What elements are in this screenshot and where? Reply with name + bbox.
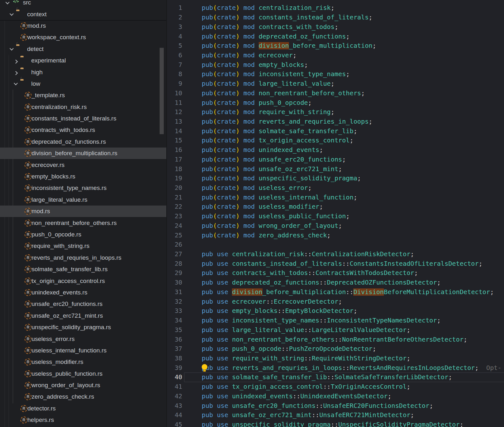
code-line[interactable]: 34pub use inconsistent_type_names::Incon…: [167, 316, 504, 325]
tree-item-constants_instead_of_literals.rs[interactable]: Rconstants_instead_of_literals.rs: [0, 113, 166, 124]
code-line[interactable]: 15pub(crate) mod tx_origin_access_contro…: [167, 136, 504, 145]
code-line[interactable]: 5pub(crate) mod division_before_multipli…: [167, 41, 504, 51]
code-line-text: pub(crate) mod constants_instead_of_lite…: [182, 14, 372, 21]
tree-item-helpers.rs[interactable]: Rhelpers.rs: [0, 414, 166, 426]
tree-item-require_with_string.rs[interactable]: Rrequire_with_string.rs: [0, 240, 166, 252]
tree-item-unsafe_erc20_functions.rs[interactable]: Runsafe_erc20_functions.rs: [0, 298, 166, 310]
tree-item-zero_address_check.rs[interactable]: Rzero_address_check.rs: [0, 391, 166, 402]
code-line[interactable]: 18pub(crate) mod unsafe_oz_erc721_mint;: [167, 164, 504, 174]
code-line[interactable]: 16pub(crate) mod unindexed_events;: [167, 145, 504, 155]
tree-item-non_reentrant_before_others.rs[interactable]: Rnon_reentrant_before_others.rs: [0, 217, 166, 228]
code-line[interactable]: 2pub(crate) mod constants_instead_of_lit…: [167, 13, 504, 22]
code-line[interactable]: 13pub(crate) mod reverts_and_requries_in…: [167, 117, 504, 127]
tree-item-high[interactable]: high: [0, 66, 166, 78]
tree-item-unsafe_oz_erc721_mint.rs[interactable]: Runsafe_oz_erc721_mint.rs: [0, 310, 166, 322]
tree-item-centralization_risk.rs[interactable]: Rcentralization_risk.rs: [0, 101, 166, 113]
tree-item-label: unsafe_erc20_functions.rs: [32, 300, 103, 308]
chevron-down-icon[interactable]: [5, 0, 10, 4]
code-line[interactable]: 36pub use non_reentrant_before_others::N…: [167, 335, 504, 344]
code-line[interactable]: 24pub(crate) mod wrong_order_of_layout;: [167, 221, 504, 231]
code-line[interactable]: 28pub use constants_instead_of_literals:…: [167, 259, 504, 268]
code-line[interactable]: 32pub use ecrecover::EcrecoverDetector;: [167, 297, 504, 306]
tree-item-workspace_context.rs[interactable]: Rworkspace_context.rs: [0, 32, 166, 43]
chevron-down-icon[interactable]: [10, 47, 14, 51]
code-line[interactable]: 8pub(crate) mod inconsistent_type_names;: [167, 69, 504, 79]
code-line[interactable]: 1pub(crate) mod centralization_risk;: [167, 3, 504, 13]
tree-item-inconsistent_type_names.rs[interactable]: Rinconsistent_type_names.rs: [0, 182, 166, 194]
rust-file-icon: R: [25, 347, 32, 354]
code-line[interactable]: 38pub use require_with_string::RequireWi…: [167, 354, 504, 363]
code-line[interactable]: 25pub(crate) mod zero_address_check;: [167, 230, 504, 240]
code-line[interactable]: 27pub use centralization_risk::Centraliz…: [167, 250, 504, 259]
tree-item-contracts_with_todos.rs[interactable]: Rcontracts_with_todos.rs: [0, 124, 166, 136]
tree-item-context[interactable]: context: [0, 8, 166, 20]
code-line[interactable]: 41pub use tx_origin_access_control::TxOr…: [167, 382, 504, 392]
tree-item-solmate_safe_transfer_lib.rs[interactable]: Rsolmate_safe_transfer_lib.rs: [0, 264, 166, 275]
tree-item-reverts_and_requries_in_loops.rs[interactable]: Rreverts_and_requries_in_loops.rs: [0, 252, 166, 264]
code-line[interactable]: 30pub use deprecated_oz_functions::Depre…: [167, 278, 504, 287]
tree-item-unspecific_solidity_pragma.rs[interactable]: Runspecific_solidity_pragma.rs: [0, 322, 166, 333]
code-line[interactable]: 23pub(crate) mod useless_public_function…: [167, 212, 504, 221]
chevron-down-icon[interactable]: [10, 12, 14, 16]
chevron-right-icon[interactable]: [14, 71, 18, 75]
code-line[interactable]: 22pub(crate) mod useless_modifier;: [167, 202, 504, 212]
code-line[interactable]: 40pub use solmate_safe_transfer_lib::Sol…: [167, 373, 504, 382]
tree-item-detector.rs[interactable]: Rdetector.rs: [0, 403, 166, 414]
code-line[interactable]: 26: [167, 240, 504, 250]
chevron-right-icon[interactable]: [14, 60, 18, 64]
code-line[interactable]: 37pub use push_0_opcode::PushZeroOpcodeD…: [167, 344, 504, 354]
tree-item-division_before_multiplication.rs[interactable]: Rdivision_before_multiplication.rs: [0, 148, 166, 159]
code-line[interactable]: 21pub(crate) mod useless_internal_functi…: [167, 192, 504, 202]
tree-item-mod.rs[interactable]: Rmod.rs: [0, 20, 166, 32]
tree-item-label: mod.rs: [27, 22, 46, 29]
tree-item-large_literal_value.rs[interactable]: Rlarge_literal_value.rs: [0, 194, 166, 206]
code-line[interactable]: 29pub use contracts_with_todos::Contract…: [167, 268, 504, 278]
tree-item-ecrecover.rs[interactable]: Recrecover.rs: [0, 159, 166, 170]
lightbulb-icon[interactable]: [201, 364, 208, 372]
code-line-text: pub(crate) mod unspecific_solidity_pragm…: [182, 175, 361, 182]
code-line[interactable]: 4pub(crate) mod deprecated_oz_functions;: [167, 32, 504, 41]
code-line[interactable]: 11pub(crate) mod push_0_opcode;: [167, 98, 504, 107]
chevron-down-icon[interactable]: [14, 81, 18, 85]
tree-item-mod.rs[interactable]: Rmod.rs: [0, 206, 166, 217]
code-line[interactable]: 44pub use unsafe_oz_erc721_mint::UnsafeE…: [167, 410, 504, 420]
tree-item-label: helpers.rs: [27, 416, 54, 423]
code-line[interactable]: 12pub(crate) mod require_with_string;: [167, 107, 504, 117]
code-line[interactable]: 20pub(crate) mod useless_error;: [167, 183, 504, 193]
code-line-text: pub use contracts_with_todos::ContractsW…: [182, 269, 418, 277]
tree-item-empty_blocks.rs[interactable]: Rempty_blocks.rs: [0, 171, 166, 182]
code-line[interactable]: 6pub(crate) mod ecrecover;: [167, 51, 504, 60]
tree-item-_template.rs[interactable]: R_template.rs: [0, 90, 166, 101]
tree-item-useless_error.rs[interactable]: Ruseless_error.rs: [0, 333, 166, 344]
tree-item-useless_public_function.rs[interactable]: Ruseless_public_function.rs: [0, 368, 166, 380]
tree-item-wrong_order_of_layout.rs[interactable]: Rwrong_order_of_layout.rs: [0, 380, 166, 391]
tree-item-useless_internal_function.rs[interactable]: Ruseless_internal_function.rs: [0, 345, 166, 356]
tree-item-detect[interactable]: detect: [0, 43, 166, 55]
tree-item-src[interactable]: </>src: [0, 0, 166, 8]
sidebar-scrollbar-thumb[interactable]: [160, 48, 164, 134]
code-line[interactable]: 14pub(crate) mod solmate_safe_transfer_l…: [167, 126, 504, 136]
code-line[interactable]: 3pub(crate) mod contracts_with_todos;: [167, 22, 504, 32]
code-editor[interactable]: 1pub(crate) mod centralization_risk;2pub…: [167, 0, 504, 427]
tree-item-tx_origin_access_control.rs[interactable]: Rtx_origin_access_control.rs: [0, 275, 166, 286]
tree-item-label: useless_modifier.rs: [32, 358, 83, 365]
tree-item-low[interactable]: low: [0, 78, 166, 90]
code-line[interactable]: 42pub use unindexed_events::UnindexedEve…: [167, 391, 504, 401]
tree-item-useless_modifier.rs[interactable]: Ruseless_modifier.rs: [0, 356, 166, 368]
code-line[interactable]: 35pub use large_literal_value::LargeLite…: [167, 325, 504, 335]
tree-item-experimental[interactable]: experimental: [0, 55, 166, 66]
code-line[interactable]: 9pub(crate) mod large_literal_value;: [167, 79, 504, 89]
code-line[interactable]: 43pub use unsafe_erc20_functions::Unsafe…: [167, 401, 504, 410]
tree-item-unindexed_events.rs[interactable]: Runindexed_events.rs: [0, 287, 166, 298]
code-line[interactable]: 7pub(crate) mod empty_blocks;: [167, 60, 504, 69]
code-line[interactable]: 33pub use empty_blocks::EmptyBlockDetect…: [167, 306, 504, 316]
code-line[interactable]: 10pub(crate) mod non_reentrant_before_ot…: [167, 88, 504, 98]
code-line[interactable]: 31pub use division_before_multiplication…: [167, 287, 504, 297]
tree-item-deprecated_oz_functions.rs[interactable]: Rdeprecated_oz_functions.rs: [0, 136, 166, 148]
code-line[interactable]: 19pub(crate) mod unspecific_solidity_pra…: [167, 174, 504, 183]
code-line[interactable]: 45pub use unspecific_solidity_pragma::Un…: [167, 420, 504, 427]
sticky-tree-divider: [0, 20, 166, 21]
code-line[interactable]: 39pub use reverts_and_requries_in_loops:…: [167, 363, 504, 373]
code-line[interactable]: 17pub(crate) mod unsafe_erc20_functions;: [167, 155, 504, 164]
tree-item-push_0_opcode.rs[interactable]: Rpush_0_opcode.rs: [0, 229, 166, 240]
